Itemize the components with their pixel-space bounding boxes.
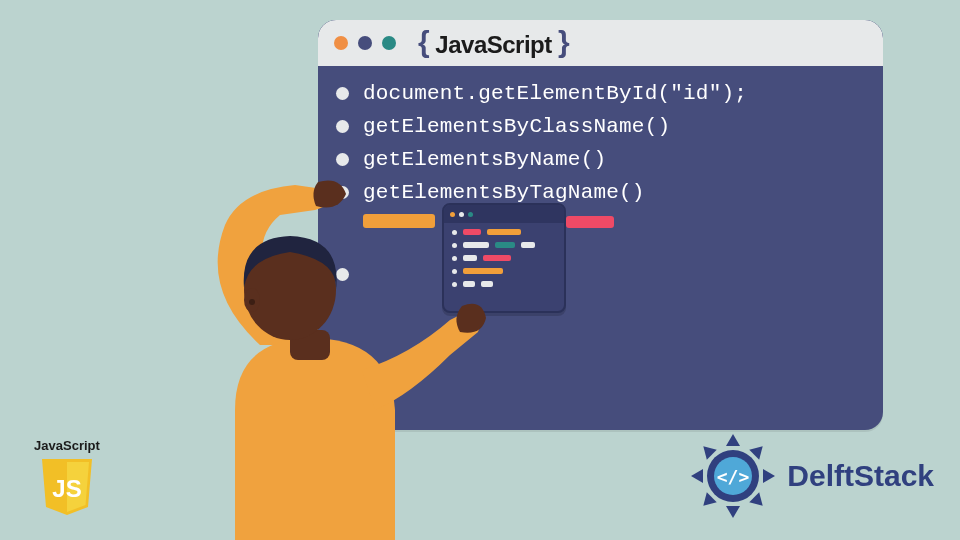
window-dot-close <box>334 36 348 50</box>
mini-seg <box>463 281 475 287</box>
mini-bullet <box>452 269 457 274</box>
mini-dot <box>468 212 473 217</box>
bullet-icon <box>336 153 349 166</box>
mini-seg <box>521 242 535 248</box>
code-line: document.getElementById("id"); <box>336 82 865 105</box>
mini-body <box>444 223 564 300</box>
title-left-brace: { <box>418 25 429 58</box>
javascript-shield-icon: JS <box>40 457 94 517</box>
mini-row <box>452 268 556 274</box>
mini-seg <box>483 255 511 261</box>
code-line: getElementsByClassName() <box>336 115 865 138</box>
code-editor-window: { JavaScript } document.getElementById("… <box>318 20 883 430</box>
mini-seg <box>463 229 481 235</box>
javascript-badge: JavaScript JS <box>28 438 106 517</box>
title-right-brace: } <box>558 25 569 58</box>
svg-point-3 <box>249 299 255 305</box>
javascript-badge-label: JavaScript <box>28 438 106 453</box>
code-line-graphic <box>336 214 865 334</box>
bullet-icon <box>336 268 349 281</box>
mini-seg <box>463 242 489 248</box>
js-letters: JS <box>52 475 81 502</box>
mini-row <box>452 255 556 261</box>
mini-seg <box>487 229 521 235</box>
bullet-icon <box>336 120 349 133</box>
mini-row <box>452 281 556 287</box>
mini-bullet <box>452 282 457 287</box>
delftstack-name: DelftStack <box>787 459 934 493</box>
svg-text:</>: </> <box>717 466 750 487</box>
mini-seg <box>495 242 515 248</box>
window-traffic-lights <box>334 36 396 50</box>
mini-editor <box>442 203 566 313</box>
window-dot-mid <box>358 36 372 50</box>
mini-seg <box>463 255 477 261</box>
mini-titlebar <box>444 205 564 223</box>
window-dot-teal <box>382 36 396 50</box>
delftstack-logo: </> DelftStack <box>689 432 934 520</box>
code-line: getElementsByName() <box>336 148 865 171</box>
code-token-bar <box>566 216 614 228</box>
svg-point-2 <box>244 288 260 312</box>
editor-title: { JavaScript } <box>418 26 569 60</box>
mini-seg <box>463 268 503 274</box>
bullet-icon <box>336 87 349 100</box>
delftstack-emblem-icon: </> <box>689 432 777 520</box>
code-text: getElementsByTagName() <box>363 181 645 204</box>
code-line: getElementsByTagName() <box>336 181 865 204</box>
editor-body: document.getElementById("id"); getElemen… <box>318 66 883 334</box>
mini-dot <box>450 212 455 217</box>
mini-bullet <box>452 243 457 248</box>
mini-bullet <box>452 256 457 261</box>
mini-seg <box>481 281 493 287</box>
mini-bullet <box>452 230 457 235</box>
mini-row <box>452 229 556 235</box>
title-text: JavaScript <box>429 31 558 58</box>
code-text: getElementsByName() <box>363 148 606 171</box>
bullet-icon <box>336 186 349 199</box>
mini-dot <box>459 212 464 217</box>
code-text: document.getElementById("id"); <box>363 82 747 105</box>
code-token-bar <box>363 214 435 228</box>
editor-titlebar: { JavaScript } <box>318 20 883 66</box>
mini-row <box>452 242 556 248</box>
code-text: getElementsByClassName() <box>363 115 670 138</box>
